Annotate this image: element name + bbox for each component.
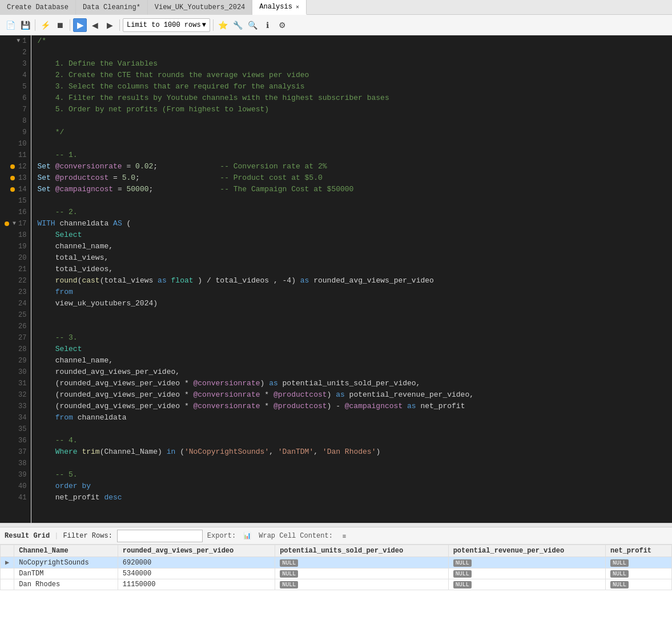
table-cell: NoCopyrightSounds (14, 557, 118, 569)
wrench-button[interactable]: 🔧 (231, 18, 245, 32)
panel-divider[interactable] (0, 523, 672, 527)
code-line-22: round(cast(total_views as float ) / tota… (37, 275, 666, 287)
line-number-7: 7 (5, 104, 26, 115)
fold-icon[interactable]: ▼ (13, 218, 16, 229)
line-num-text: 19 (18, 241, 26, 252)
line-num-text: 2 (22, 47, 26, 58)
table-cell: Dan Rhodes (14, 579, 118, 590)
code-line-23: from (37, 287, 666, 298)
table-cell: NULL (275, 569, 449, 579)
line-number-39: 39 (5, 469, 26, 481)
line-num-text: 16 (18, 207, 26, 218)
code-line-38 (37, 458, 666, 469)
code-line-32: (rounded_avg_views_per_video * @conversi… (37, 389, 666, 401)
code-line-40: order by (37, 481, 666, 492)
null-badge: NULL (280, 559, 298, 567)
col-header-5: net_profit (606, 545, 672, 557)
tab-view-uk[interactable]: View_UK_Youtubers_2024 (148, 0, 252, 15)
null-badge: NULL (610, 570, 629, 578)
line-num-text: 20 (18, 252, 26, 264)
execute-button[interactable]: ⚡ (38, 18, 52, 32)
tab-analysis[interactable]: Analysis ✕ (252, 0, 307, 15)
line-num-text: 33 (18, 401, 26, 412)
separator-1 (35, 19, 35, 31)
line-num-text: 12 (18, 161, 26, 172)
editor-wrapper: ▼12345678910111213141516▼171819202122232… (0, 35, 672, 523)
code-line-13: Set @productcost = 5.0; -- Product cost … (37, 172, 666, 184)
line-numbers: ▼12345678910111213141516▼171819202122232… (0, 35, 31, 523)
line-number-2: 2 (5, 47, 26, 58)
table-cell: NULL (448, 569, 605, 579)
table-row[interactable]: ▶NoCopyrightSounds6920000NULLNULLNULL (1, 557, 672, 569)
stop-button[interactable]: ⏹ (53, 18, 67, 32)
line-number-13: 13 (5, 172, 26, 184)
line-num-text: 1 (22, 35, 26, 47)
code-line-11: -- 1. (37, 150, 666, 161)
code-line-28: Select (37, 344, 666, 355)
line-num-text: 38 (18, 458, 26, 469)
code-line-31: (rounded_avg_views_per_video * @conversi… (37, 378, 666, 389)
line-number-41: 41 (5, 492, 26, 503)
code-line-12: Set @conversionrate = 0.02; -- Conversio… (37, 161, 666, 172)
code-line-27: -- 3. (37, 332, 666, 344)
tab-label: View_UK_Youtubers_2024 (155, 3, 245, 11)
code-line-9: */ (37, 127, 666, 138)
export-button[interactable]: 📊 (240, 529, 254, 543)
table-cell: 5340000 (118, 569, 275, 579)
star-button[interactable]: ⭐ (216, 18, 230, 32)
line-number-30: 30 (5, 366, 26, 378)
code-line-10 (37, 138, 666, 150)
tab-label: Create Database (7, 3, 69, 11)
filter-rows-label: Filter Rows: (63, 532, 112, 540)
table-row[interactable]: Dan Rhodes11150000NULLNULLNULL (1, 579, 672, 590)
line-num-text: 25 (18, 309, 26, 321)
results-toolbar: Result Grid | Filter Rows: Export: 📊 Wra… (0, 527, 672, 545)
save-button[interactable]: 💾 (18, 18, 32, 32)
search-button[interactable]: 🔍 (246, 18, 260, 32)
line-number-18: 18 (5, 229, 26, 241)
line-number-3: 3 (5, 58, 26, 70)
line-num-text: 15 (18, 195, 26, 207)
fold-icon[interactable]: ▼ (17, 35, 20, 47)
code-line-35 (37, 424, 666, 435)
code-line-4: 2. Create the CTE that rounds the averag… (37, 70, 666, 81)
tab-create-database[interactable]: Create Database (0, 0, 76, 15)
results-panel: Result Grid | Filter Rows: Export: 📊 Wra… (0, 527, 672, 637)
code-line-41: net_profit desc (37, 492, 666, 503)
toggle-button[interactable]: ▶ (73, 18, 87, 32)
line-number-12: 12 (5, 161, 26, 172)
new-file-button[interactable]: 📄 (3, 18, 17, 32)
forward-button[interactable]: ▶ (103, 18, 116, 32)
code-line-17: WITH channeldata AS ( (37, 218, 666, 229)
code-content[interactable]: /* 1. Define the Variables 2. Create the… (31, 35, 672, 523)
line-num-text: 7 (22, 104, 26, 115)
back-button[interactable]: ◀ (88, 18, 102, 32)
filter-rows-input[interactable] (117, 530, 203, 542)
separator-2 (70, 19, 70, 31)
wrap-button[interactable]: ≡ (337, 529, 351, 543)
code-line-33: (rounded_avg_views_per_video * @conversi… (37, 401, 666, 412)
null-badge: NULL (453, 570, 472, 578)
line-number-20: 20 (5, 252, 26, 264)
line-num-text: 23 (18, 287, 26, 298)
settings-button[interactable]: ⚙ (276, 18, 289, 32)
line-number-5: 5 (5, 81, 26, 92)
code-line-1: /* (37, 35, 666, 47)
line-number-40: 40 (5, 481, 26, 492)
export-label: Export: (207, 532, 236, 540)
code-line-24: view_uk_youtubers_2024) (37, 298, 666, 309)
line-number-19: 19 (5, 241, 26, 252)
line-number-14: 14 (5, 184, 26, 195)
code-line-20: total_views, (37, 252, 666, 264)
close-icon[interactable]: ✕ (296, 3, 299, 10)
tab-data-cleaning[interactable]: Data Cleaning* (76, 0, 148, 15)
tab-label: Analysis (259, 3, 292, 11)
table-row[interactable]: DanTDM5340000NULLNULLNULL (1, 569, 672, 579)
col-header-2: rounded_avg_views_per_video (118, 545, 275, 557)
table-cell: NULL (448, 557, 605, 569)
code-line-8 (37, 115, 666, 127)
line-num-text: 14 (18, 184, 26, 195)
breakpoint-indicator (10, 164, 15, 169)
limit-rows-dropdown[interactable]: Limit to 1000 rows ▼ (123, 18, 210, 32)
info-button[interactable]: ℹ (261, 18, 275, 32)
